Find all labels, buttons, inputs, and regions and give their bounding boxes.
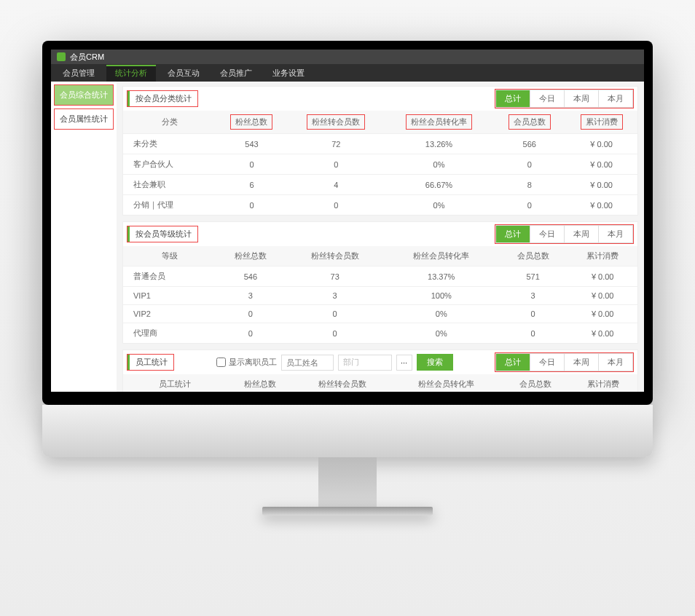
table-level: 等级 粉丝总数 粉丝转会员数 粉丝会员转化率 会员总数 累计消费 普通会员546…: [123, 246, 637, 343]
show-left-checkbox[interactable]: [216, 358, 226, 367]
app-title: 会员CRM: [70, 52, 104, 63]
period-week-3[interactable]: 本周: [564, 354, 598, 371]
period-month-2[interactable]: 本月: [598, 226, 632, 242]
period-today-2[interactable]: 今日: [530, 226, 564, 242]
col-converted: 粉丝转会员数: [288, 111, 385, 134]
sidebar-item-overall[interactable]: 会员综合统计: [54, 84, 114, 106]
col-fans: 粉丝总数: [216, 111, 288, 134]
table-staff: 员工统计 粉丝总数 粉丝转会员数 粉丝会员转化率 会员总数 累计消费 谢国栋 （…: [123, 374, 637, 392]
staff-filter: 显示离职员工 部门 ··· 搜索: [216, 354, 453, 371]
panel-category-title: 按会员分类统计: [127, 91, 197, 106]
period-all-3[interactable]: 总计: [496, 354, 530, 371]
nav-business[interactable]: 业务设置: [264, 65, 313, 82]
col-members: 会员总数: [493, 111, 565, 134]
search-button[interactable]: 搜索: [417, 354, 453, 371]
col-spend: 累计消费: [565, 111, 637, 134]
period-today-1[interactable]: 今日: [530, 90, 564, 107]
more-button[interactable]: ···: [396, 355, 412, 371]
table-category: 分类 粉丝总数 粉丝转会员数 粉丝会员转化率 会员总数 累计消费 未分类5437…: [123, 111, 637, 215]
period-all-1[interactable]: 总计: [496, 90, 530, 107]
nav-stats[interactable]: 统计分析: [106, 65, 156, 82]
panel-staff-title: 员工统计: [127, 355, 173, 370]
nav-interact[interactable]: 会员互动: [159, 65, 208, 82]
table-row: 未分类5437213.26%566¥ 0.00: [123, 134, 637, 154]
period-segment-2: 总计 今日 本周 本月: [495, 225, 633, 243]
period-week-2[interactable]: 本周: [564, 226, 598, 242]
dept-select[interactable]: 部门: [338, 355, 392, 371]
show-left-checkbox-label[interactable]: 显示离职员工: [216, 357, 277, 368]
monitor-stand-neck: [318, 457, 377, 508]
table-row: VIP133100%3¥ 0.00: [123, 287, 637, 305]
period-today-3[interactable]: 今日: [530, 354, 564, 371]
monitor-chin: [42, 405, 653, 457]
sidebar: 会员综合统计 会员属性统计: [51, 82, 117, 392]
table-row: 分销｜代理000%0¥ 0.00: [123, 195, 637, 216]
monitor-stand-base: [262, 507, 433, 516]
panel-staff: 员工统计 显示离职员工 部门 ··· 搜索: [122, 350, 638, 392]
panel-level-title: 按会员等级统计: [127, 226, 197, 242]
period-week-1[interactable]: 本周: [564, 90, 598, 107]
staff-name-input[interactable]: [281, 355, 334, 371]
table-row: 代理商000%0¥ 0.00: [123, 323, 637, 344]
app-root: 会员CRM 会员管理 统计分析 会员互动 会员推广 业务设置 会员综合统计 会员…: [51, 50, 644, 392]
table-row: 普通会员5467313.37%571¥ 0.00: [123, 266, 637, 287]
period-month-3[interactable]: 本月: [598, 354, 632, 371]
period-segment-1: 总计 今日 本周 本月: [495, 90, 633, 108]
main-area: 按会员分类统计 总计 今日 本周 本月 分类: [117, 82, 644, 392]
panel-category: 按会员分类统计 总计 今日 本周 本月 分类: [122, 86, 638, 216]
top-nav: 会员管理 统计分析 会员互动 会员推广 业务设置: [51, 64, 644, 82]
nav-promote[interactable]: 会员推广: [211, 65, 261, 82]
sidebar-item-attribute[interactable]: 会员属性统计: [54, 108, 114, 130]
titlebar: 会员CRM: [51, 50, 644, 64]
table-row: VIP2000%0¥ 0.00: [123, 305, 637, 323]
workspace: 会员综合统计 会员属性统计 按会员分类统计 总计 今日 本周: [51, 82, 644, 392]
table-row: 社会兼职6466.67%8¥ 0.00: [123, 175, 637, 195]
period-all-2[interactable]: 总计: [496, 226, 530, 242]
period-month-1[interactable]: 本月: [598, 90, 632, 107]
col-category: 分类: [123, 111, 216, 134]
table-row: 客户合伙人000%0¥ 0.00: [123, 154, 637, 175]
app-icon: [57, 52, 66, 61]
period-segment-3: 总计 今日 本周 本月: [495, 353, 633, 371]
col-level: 等级: [123, 246, 216, 266]
col-rate: 粉丝会员转化率: [385, 111, 494, 134]
panel-level: 按会员等级统计 总计 今日 本周 本月 等级: [122, 221, 638, 344]
nav-members[interactable]: 会员管理: [54, 65, 103, 82]
